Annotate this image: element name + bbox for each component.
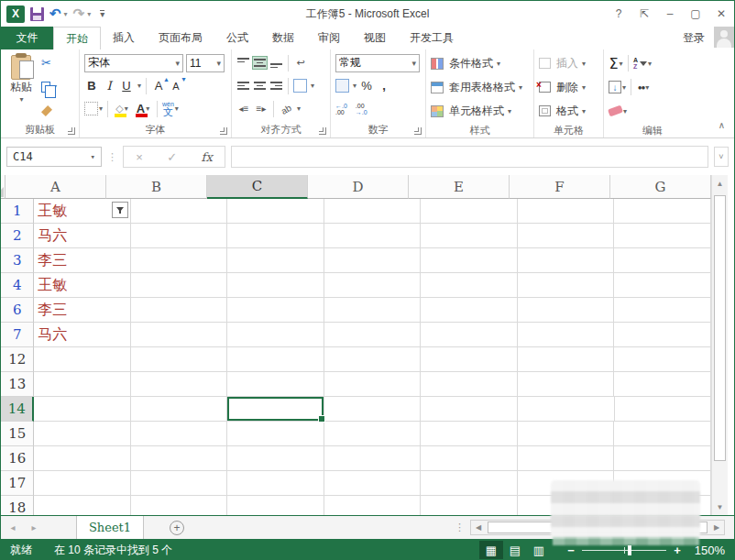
row-header-16[interactable]: 16: [1, 446, 34, 471]
cell-B14[interactable]: [131, 397, 228, 422]
page-layout-view-button[interactable]: ▤: [503, 541, 527, 559]
select-all-button[interactable]: [1, 175, 5, 199]
cell-C3[interactable]: [227, 248, 324, 273]
clear-button[interactable]: ▾: [609, 102, 627, 120]
cell-D13[interactable]: [324, 372, 422, 397]
next-sheet-button[interactable]: ▸: [25, 522, 43, 533]
align-top-button[interactable]: [236, 57, 250, 69]
row-header-17[interactable]: 17: [1, 471, 34, 496]
cell-D2[interactable]: [324, 224, 422, 248]
undo-dropdown-icon[interactable]: ▾: [64, 10, 68, 18]
column-header-B[interactable]: B: [106, 175, 207, 199]
cell-A6[interactable]: 李三: [34, 298, 131, 323]
cell-D18[interactable]: [324, 496, 422, 515]
cell-F3[interactable]: [518, 248, 615, 273]
tab-页面布局[interactable]: 页面布局: [147, 27, 214, 49]
font-dialog-launcher[interactable]: [220, 127, 227, 135]
paste-dropdown-icon[interactable]: ▾: [19, 95, 23, 104]
tab-审阅[interactable]: 审阅: [306, 27, 352, 49]
vertical-scrollbar-thumb[interactable]: [714, 195, 726, 461]
tab-视图[interactable]: 视图: [352, 27, 398, 49]
borders-button[interactable]: ▾: [84, 100, 103, 118]
close-button[interactable]: ✕: [708, 4, 734, 24]
formula-input[interactable]: [231, 146, 708, 168]
cell-F7[interactable]: [518, 323, 615, 347]
cell-C14[interactable]: [227, 397, 324, 422]
cell-C2[interactable]: [227, 224, 324, 248]
maximize-button[interactable]: ▢: [683, 4, 708, 24]
cell-F16[interactable]: [518, 446, 615, 471]
column-header-A[interactable]: A: [5, 175, 106, 199]
cell-C17[interactable]: [227, 471, 324, 496]
decrease-decimal-button[interactable]: .00→.0: [356, 103, 368, 115]
cell-C18[interactable]: [227, 496, 324, 515]
cell-E15[interactable]: [421, 422, 518, 446]
cell-G16[interactable]: [614, 446, 711, 471]
row-header-4[interactable]: 4: [1, 273, 34, 298]
tab-file[interactable]: 文件: [1, 27, 53, 49]
save-button[interactable]: [30, 7, 44, 21]
cell-C15[interactable]: [227, 422, 324, 446]
column-header-C[interactable]: C: [207, 175, 308, 199]
row-header-6[interactable]: 6: [1, 298, 34, 323]
cell-D1[interactable]: [324, 199, 422, 224]
decrease-indent-button[interactable]: ◂≡: [236, 100, 251, 118]
underline-button[interactable]: U: [119, 77, 134, 95]
cut-button[interactable]: ✂: [39, 54, 59, 71]
sort-filter-button[interactable]: AZ▾: [633, 54, 652, 72]
number-format-select[interactable]: 常规: [335, 54, 420, 72]
cell-A2[interactable]: 马六: [34, 224, 131, 248]
phonetic-button[interactable]: wén文▾: [162, 100, 179, 118]
scroll-right-button[interactable]: ▶: [709, 523, 724, 532]
autosum-button[interactable]: Σ▾: [609, 54, 623, 72]
user-avatar[interactable]: [714, 27, 734, 48]
cell-E12[interactable]: [421, 347, 518, 372]
fill-color-button[interactable]: ◇▾: [113, 100, 131, 118]
redo-button[interactable]: ↷: [73, 5, 85, 22]
sign-in-link[interactable]: 登录: [683, 27, 708, 49]
row-header-2[interactable]: 2: [1, 224, 34, 248]
cell-B13[interactable]: [131, 372, 228, 397]
cell-G6[interactable]: [614, 298, 711, 323]
align-center-button[interactable]: [253, 80, 267, 92]
cell-B3[interactable]: [131, 248, 228, 273]
cell-E7[interactable]: [421, 323, 518, 347]
accounting-format-icon[interactable]: [335, 79, 349, 93]
cell-F13[interactable]: [518, 372, 615, 397]
cell-D16[interactable]: [324, 446, 422, 471]
cell-G2[interactable]: [614, 224, 711, 248]
cell-D14[interactable]: [324, 397, 422, 422]
sheetbar-resize-handle[interactable]: ⋮: [449, 522, 470, 533]
cell-F6[interactable]: [518, 298, 615, 323]
format-as-table-button[interactable]: 套用表格格式▾: [428, 75, 532, 99]
cell-B7[interactable]: [131, 323, 228, 347]
cell-G12[interactable]: [614, 347, 711, 372]
cell-B1[interactable]: [131, 199, 228, 224]
row-header-7[interactable]: 7: [1, 323, 34, 347]
cell-C1[interactable]: [227, 199, 324, 224]
zoom-slider[interactable]: [582, 550, 666, 551]
clipboard-dialog-launcher[interactable]: [68, 127, 75, 135]
sheet-tab-sheet1[interactable]: Sheet1: [76, 516, 144, 539]
grow-font-button[interactable]: A▲: [151, 77, 166, 95]
cell-A3[interactable]: 李三: [34, 248, 131, 273]
minimize-button[interactable]: –: [657, 4, 683, 24]
cell-A16[interactable]: [34, 446, 131, 471]
insert-cells-button[interactable]: 插入▾: [536, 51, 601, 75]
cell-D17[interactable]: [324, 471, 422, 496]
row-header-1[interactable]: 1: [1, 199, 34, 224]
cell-F12[interactable]: [518, 347, 615, 372]
cell-G15[interactable]: [614, 422, 711, 446]
tab-开发工具[interactable]: 开发工具: [398, 27, 466, 49]
cell-E4[interactable]: [421, 273, 518, 298]
normal-view-button[interactable]: ▦: [479, 541, 503, 559]
comma-style-button[interactable]: ,: [377, 77, 391, 95]
italic-button[interactable]: I: [102, 77, 116, 95]
cell-G13[interactable]: [614, 372, 711, 397]
expand-formula-bar-button[interactable]: ˅: [714, 147, 729, 167]
cell-E1[interactable]: [421, 199, 518, 224]
cell-C12[interactable]: [227, 347, 324, 372]
tab-开始[interactable]: 开始: [53, 27, 101, 49]
ribbon-display-options-button[interactable]: ⇱: [631, 4, 657, 24]
cell-C7[interactable]: [227, 323, 324, 347]
